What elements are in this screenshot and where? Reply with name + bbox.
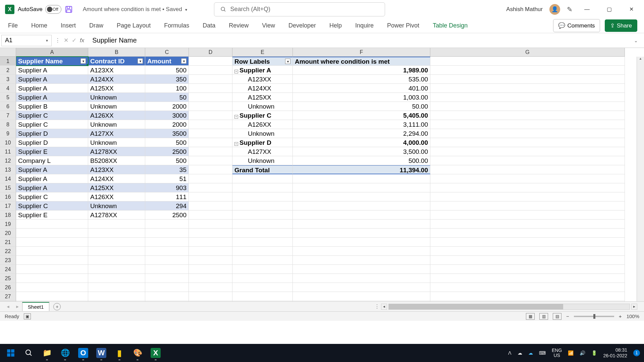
cell-A13[interactable]: Supplier A xyxy=(16,165,88,174)
cell-G22[interactable] xyxy=(430,247,625,256)
tray-chevron-icon[interactable]: ᐱ xyxy=(508,350,512,356)
cell-C24[interactable] xyxy=(145,265,189,274)
save-button[interactable] xyxy=(65,5,73,13)
pivot-value-4[interactable]: 401.00 xyxy=(293,84,430,93)
cell-F16[interactable] xyxy=(293,192,430,201)
pivot-row-label-8[interactable]: A126XX xyxy=(232,120,293,129)
cell-A18[interactable]: Supplier E xyxy=(16,210,88,220)
keyboard-icon[interactable]: ⌨ xyxy=(539,350,546,356)
fill-handle[interactable] xyxy=(87,64,88,66)
row-header-15[interactable]: 15 xyxy=(0,183,16,192)
cell-D4[interactable] xyxy=(189,84,232,93)
cell-F23[interactable] xyxy=(293,256,430,265)
row-header-10[interactable]: 10 xyxy=(0,138,16,147)
cell-A21[interactable] xyxy=(16,238,88,247)
cell-F19[interactable] xyxy=(293,220,430,229)
cell-B23[interactable] xyxy=(88,256,145,265)
cell-B27[interactable] xyxy=(88,292,145,301)
cell-G15[interactable] xyxy=(430,183,625,192)
cancel-formula-button[interactable]: ✕ xyxy=(64,37,68,44)
cell-A3[interactable]: Supplier A xyxy=(16,75,88,84)
cell-A24[interactable] xyxy=(16,265,88,274)
cell-B14[interactable]: A124XX xyxy=(88,174,145,183)
pivot-value-8[interactable]: 3,111.00 xyxy=(293,120,430,129)
row-header-4[interactable]: 4 xyxy=(0,84,16,93)
add-sheet-button[interactable]: + xyxy=(53,303,61,310)
row-header-16[interactable]: 16 xyxy=(0,192,16,201)
cell-B3[interactable]: A124XX xyxy=(88,75,145,84)
cell-G8[interactable] xyxy=(430,120,625,129)
cell-D6[interactable] xyxy=(189,102,232,111)
pivot-row-label-11[interactable]: A127XX xyxy=(232,147,293,156)
outlook-icon[interactable]: O xyxy=(76,346,90,360)
cell-A12[interactable]: Company L xyxy=(16,156,88,165)
cell-A9[interactable]: Supplier D xyxy=(16,129,88,138)
cell-D8[interactable] xyxy=(189,120,232,129)
pivot-row-label-10[interactable]: −Supplier D xyxy=(232,138,293,147)
cell-G18[interactable] xyxy=(430,210,625,220)
language-indicator[interactable]: ENG US xyxy=(552,348,562,358)
column-header-C[interactable]: C xyxy=(145,48,189,57)
ribbon-tab-review[interactable]: Review xyxy=(227,19,250,32)
battery-icon[interactable]: 🔋 xyxy=(591,350,597,356)
pivot-row-label-3[interactable]: A123XX xyxy=(232,75,293,84)
row-header-13[interactable]: 13 xyxy=(0,165,16,174)
close-button[interactable]: ✕ xyxy=(624,4,639,15)
cell-C21[interactable] xyxy=(145,238,189,247)
pivot-grand-total-value[interactable]: 11,394.00 xyxy=(293,165,430,174)
cell-G11[interactable] xyxy=(430,147,625,156)
cell-G27[interactable] xyxy=(430,292,625,301)
cell-D25[interactable] xyxy=(189,274,232,283)
pivot-grand-total-label[interactable]: Grand Total xyxy=(232,165,293,174)
cell-A1[interactable]: Supplier Name▾ xyxy=(16,57,88,66)
cell-D27[interactable] xyxy=(189,292,232,301)
cell-C14[interactable]: 51 xyxy=(145,174,189,183)
cell-G26[interactable] xyxy=(430,283,625,292)
cell-D3[interactable] xyxy=(189,75,232,84)
cell-D2[interactable] xyxy=(189,66,232,75)
cell-E19[interactable] xyxy=(232,220,293,229)
user-avatar[interactable]: 👤 xyxy=(549,4,560,15)
zoom-slider[interactable] xyxy=(574,316,614,317)
row-header-20[interactable]: 20 xyxy=(0,229,16,238)
cell-B8[interactable]: Unknown xyxy=(88,120,145,129)
scroll-up-icon[interactable]: ▲ xyxy=(637,57,644,63)
row-header-8[interactable]: 8 xyxy=(0,120,16,129)
pivot-row-label-2[interactable]: −Supplier A xyxy=(232,66,293,75)
row-header-5[interactable]: 5 xyxy=(0,93,16,102)
pivot-row-label-6[interactable]: Unknown xyxy=(232,102,293,111)
cell-G13[interactable] xyxy=(430,165,625,174)
cell-B16[interactable]: A126XX xyxy=(88,192,145,201)
ribbon-tab-page-layout[interactable]: Page Layout xyxy=(115,19,152,32)
cell-D13[interactable] xyxy=(189,165,232,174)
column-header-G[interactable]: G xyxy=(430,48,625,57)
share-button[interactable]: ⇪ Share xyxy=(605,19,637,32)
ribbon-tab-home[interactable]: Home xyxy=(30,19,49,32)
cell-E22[interactable] xyxy=(232,247,293,256)
pivot-filter-button[interactable]: ▾ xyxy=(285,59,290,64)
zoom-in-button[interactable]: + xyxy=(619,313,622,319)
cell-G7[interactable] xyxy=(430,111,625,120)
collapse-icon[interactable]: − xyxy=(234,142,238,146)
cell-D21[interactable] xyxy=(189,238,232,247)
cell-D7[interactable] xyxy=(189,111,232,120)
cell-G14[interactable] xyxy=(430,174,625,183)
ribbon-tab-inquire[interactable]: Inquire xyxy=(354,19,375,32)
sheet-nav-next[interactable]: ► xyxy=(13,304,22,309)
taskbar-excel-icon[interactable]: X xyxy=(149,346,162,360)
cell-B25[interactable] xyxy=(88,274,145,283)
cell-C25[interactable] xyxy=(145,274,189,283)
cell-B17[interactable]: Unknown xyxy=(88,201,145,210)
cell-G17[interactable] xyxy=(430,201,625,210)
sheet-nav-prev[interactable]: ◄ xyxy=(3,304,13,309)
cell-B18[interactable]: A1278XX xyxy=(88,210,145,220)
column-header-F[interactable]: F xyxy=(293,48,430,57)
cell-D18[interactable] xyxy=(189,210,232,220)
cell-B13[interactable]: A123XX xyxy=(88,165,145,174)
cell-G20[interactable] xyxy=(430,229,625,238)
cell-C7[interactable]: 3000 xyxy=(145,111,189,120)
volume-icon[interactable]: 🔊 xyxy=(580,350,585,356)
filter-button-amount[interactable]: ▾ xyxy=(181,58,186,64)
cell-C15[interactable]: 903 xyxy=(145,183,189,192)
scroll-left-button[interactable]: ◄ xyxy=(381,304,387,310)
